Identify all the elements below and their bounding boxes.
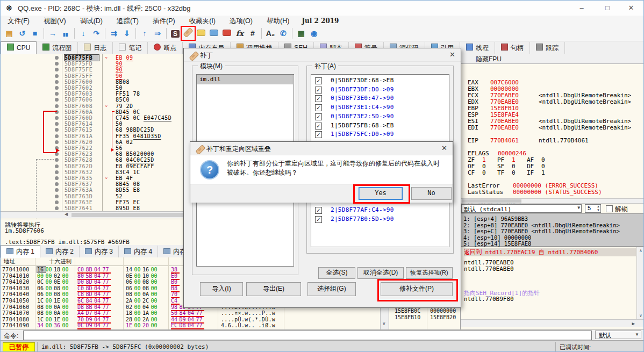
breakpoint-dot[interactable] <box>55 80 59 84</box>
pause-icon[interactable]: ▮▮ <box>60 27 71 39</box>
close-button[interactable]: ✕ <box>620 1 642 16</box>
tab-graph[interactable]: 流程图 <box>37 42 78 54</box>
memory-tab-1[interactable]: 内存 1 <box>1 245 40 258</box>
patch-checkbox[interactable]: ✓ <box>315 216 322 223</box>
scroll-left-icon[interactable]: ◀ <box>65 212 68 217</box>
scylla-icon[interactable]: S <box>169 27 181 39</box>
scroll-down-icon[interactable]: ∨ <box>637 313 644 318</box>
select-all-button[interactable]: 全选(S) <box>318 267 355 279</box>
restart-icon[interactable]: ↺ <box>16 27 28 39</box>
patch-entry[interactable]: ✓0|5D8F73E2:5D->90 <box>311 113 449 121</box>
register-row-eip[interactable]: EIP770B4061ntdll.770B4061 <box>468 137 643 143</box>
minimize-button[interactable]: – <box>570 1 593 16</box>
pick-groups-button[interactable]: 选择组(G) <box>307 282 356 296</box>
flags-row[interactable]: CF0TF0IF1 <box>468 169 643 176</box>
last-status-row[interactable]: LastStatus00000000 (STATUS_SUCCESS) <box>468 189 643 195</box>
flags-row[interactable]: OF0SF0DF0 <box>468 163 643 169</box>
close-icon[interactable]: ✕ <box>449 51 455 59</box>
patch-checkbox[interactable]: ✓ <box>315 104 322 111</box>
yes-button[interactable]: Yes <box>359 187 403 200</box>
tab-trace[interactable]: 跟踪 <box>530 42 565 54</box>
export-button[interactable]: 导出(E) <box>246 282 301 296</box>
breakpoint-dot[interactable] <box>55 68 59 71</box>
run-to-user-code-icon[interactable]: ⇒ <box>152 27 163 39</box>
stack-arg-row[interactable]: 1: [esp+4] 96A59BB3 <box>463 215 528 222</box>
arg-count-stepper[interactable]: 5 ▲▼ <box>585 204 601 213</box>
stack-row[interactable]: 15E8FB1015E8FB20 <box>389 314 461 321</box>
no-button[interactable]: No <box>411 187 452 200</box>
patch-entry[interactable]: ✓0|5D8F73E0:47->90 <box>311 95 449 103</box>
breakpoint-dot[interactable] <box>55 92 59 96</box>
step-over-icon[interactable]: ↷ <box>90 27 102 39</box>
maximize-button[interactable]: □ <box>596 1 619 16</box>
appearance-icon[interactable]: A₂ <box>264 27 276 39</box>
breakpoint-dot[interactable] <box>55 74 59 78</box>
close-icon[interactable]: ✕ <box>441 144 447 152</box>
module-entry[interactable]: im.dll <box>197 75 293 84</box>
menu-plugins[interactable]: 插件(P) <box>146 16 182 27</box>
last-error-row[interactable]: LastError00000000 (ERROR_SUCCESS) <box>468 182 643 189</box>
tab-threads[interactable]: 线程 <box>460 42 495 54</box>
patch-entry[interactable]: ✓1|5D8F75FC:D0->09 <box>311 131 449 139</box>
open-file-icon[interactable]: ▤ <box>3 27 15 39</box>
command-profile-select[interactable]: 默认 ▼ <box>595 331 641 339</box>
patch-checkbox[interactable]: ✓ <box>315 113 322 120</box>
menu-debug[interactable]: 调试(D) <box>73 16 110 27</box>
breakpoint-dot[interactable] <box>55 98 59 102</box>
tab-handles[interactable]: 句柄 <box>495 42 530 54</box>
menu-file[interactable]: 文件(F) <box>1 16 37 27</box>
dump-row[interactable]: 770410801C001E0070D9047728002A0044D90477… <box>1 317 380 323</box>
spin-up-icon[interactable]: ▲ <box>597 205 600 208</box>
comment-icon[interactable] <box>195 27 207 39</box>
hash-icon[interactable]: # <box>247 27 259 39</box>
patch-file-button[interactable]: 修补文件(P) <box>381 282 453 296</box>
tab-breakpoints[interactable]: 断点 <box>148 42 183 54</box>
patch-checkbox[interactable]: ✓ <box>315 207 322 214</box>
patch-checkbox[interactable]: ✓ <box>315 87 322 94</box>
label-icon[interactable] <box>208 27 220 39</box>
register-row[interactable]: EBP15E8FB10 <box>468 105 643 111</box>
calculator-icon[interactable]: ▦ <box>295 27 307 39</box>
stack-arg-row[interactable]: 4: [esp+10] 00000000 <box>463 234 531 241</box>
run-trace-icon[interactable]: ↑ <box>139 27 151 39</box>
breakpoint-dot[interactable] <box>55 104 59 108</box>
stack-info-vscrollbar[interactable]: ∧ ∨ <box>636 247 644 319</box>
globe-icon[interactable]: ◉ <box>308 27 320 39</box>
menu-options[interactable]: 选项(O) <box>223 16 260 27</box>
stack-row[interactable]: 15E8FB0C00000000 <box>389 308 461 314</box>
menu-help[interactable]: 帮助(H) <box>260 16 296 27</box>
stack-arg-row[interactable]: 5: [esp+14] 15E8FAE8 <box>463 240 531 247</box>
patch-checkbox[interactable]: ✓ <box>315 131 322 138</box>
eflags-row[interactable]: EFLAGS00000246 <box>468 150 643 156</box>
breakpoint-dot[interactable] <box>55 86 59 90</box>
stack-info-hscrollbar[interactable]: ▶ <box>461 319 644 327</box>
scrollbar-thumb[interactable] <box>462 199 521 203</box>
tab-notes[interactable]: 笔记 <box>113 42 148 54</box>
breakpoint-dot[interactable] <box>55 62 59 66</box>
patch-entry[interactable]: ✓2|5D8F77B0:5D->90 <box>311 215 449 224</box>
menu-favourites[interactable]: 收藏夹(I) <box>182 16 223 27</box>
patch-icon[interactable] <box>182 27 194 39</box>
unlock-checkbox[interactable] <box>606 205 613 212</box>
hide-fpu-button[interactable]: 隐藏FPU <box>461 54 644 64</box>
register-row[interactable]: ESI770EABE0<ntdll.DbgUiRemoteBreakin> <box>468 118 643 124</box>
command-input[interactable] <box>23 331 592 340</box>
menu-trace[interactable]: 追踪(T) <box>110 16 146 27</box>
patch-entry[interactable]: ✓0|5D8F73DE:68->EB <box>311 77 449 85</box>
dump-row[interactable]: 7704107008000A00A4D7047718001A0050840477… <box>1 310 380 317</box>
tab-log[interactable]: 日志 <box>78 42 113 54</box>
register-row[interactable]: ESP15E8FAE4 <box>468 111 643 118</box>
function-icon[interactable]: fx <box>234 27 246 39</box>
scroll-right-icon[interactable]: ▶ <box>632 321 635 326</box>
run-icon[interactable]: → <box>47 27 59 39</box>
registers-hscrollbar[interactable] <box>461 198 644 204</box>
tab-cpu[interactable]: CPU <box>1 41 37 54</box>
import-button[interactable]: 导入(I) <box>200 282 243 296</box>
patch-entry[interactable]: ✓0|5D8F73DF:D0->09 <box>311 86 449 95</box>
memory-tab-2[interactable]: 内存 2 <box>40 246 80 257</box>
breakpoint-dot[interactable] <box>55 56 59 60</box>
patch-entry[interactable]: ✓2|5D8F77AF:C4->90 <box>311 206 449 215</box>
stack-args-box[interactable]: 1: [esp+4] 96A59BB32: [esp+8] 770EABE0 <… <box>461 213 644 247</box>
spin-down-icon[interactable]: ▼ <box>597 209 600 212</box>
confirm-dialog-titlebar[interactable]: 补丁和重定向区域重叠 ✕ <box>190 142 453 155</box>
